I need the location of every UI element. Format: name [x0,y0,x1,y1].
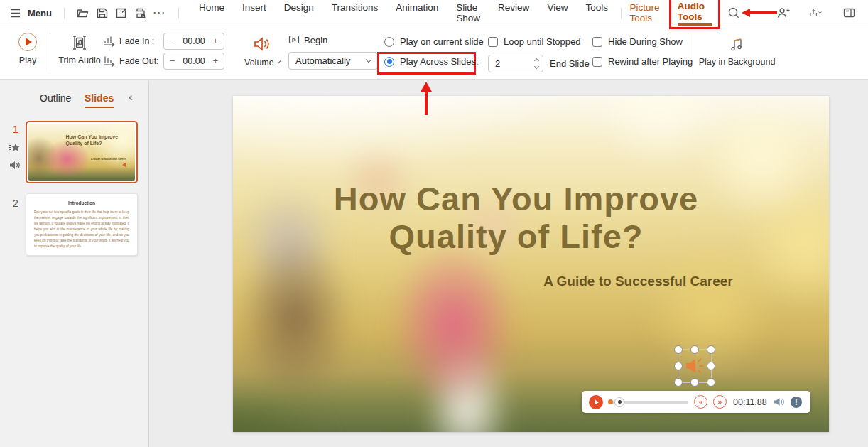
print-preview-icon[interactable] [134,6,147,19]
rewind-after-playing-option[interactable]: Rewind after Playing [592,55,693,68]
divider [621,8,622,18]
slide-2-thumb-title: Introduction [34,200,129,205]
fade-out-value[interactable]: 00.00 [183,56,205,66]
resize-handle[interactable] [674,345,683,354]
panel-toggle-icon[interactable] [842,6,855,19]
player-rewind-button[interactable]: « [694,395,707,409]
resize-handle[interactable] [690,378,699,387]
fade-out-label: Fade Out: [119,56,163,66]
audio-speaker-icon[interactable] [684,356,705,376]
player-progress-thumb[interactable] [614,397,624,407]
tab-insert[interactable]: Insert [242,2,266,23]
play-on-current-slide-option[interactable]: Play on current slide [384,36,484,48]
menubar: Menu ··· Home Insert Design Transitions … [0,0,868,26]
end-slide-spinner[interactable]: 2 [488,55,543,72]
radio-checked-icon[interactable] [384,57,394,67]
player-warning-icon[interactable]: ! [791,397,802,408]
save-icon[interactable] [96,6,109,19]
play-in-background-label: Play in Background [696,57,778,67]
fade-in-value[interactable]: 00.00 [183,36,205,46]
fade-in-stepper[interactable]: − 00.00 + [163,33,224,50]
end-slide-value[interactable]: 2 [495,58,535,69]
hamburger-icon[interactable] [9,6,21,19]
slide-2-number: 2 [13,198,18,209]
slide-thumbnail-2[interactable]: Introduction Everyone set few specific g… [26,193,138,256]
tab-animation[interactable]: Animation [396,2,438,23]
play-label: Play [12,55,43,65]
tab-view[interactable]: View [547,2,568,23]
share-icon[interactable] [810,6,823,19]
slide-thumbnail-1[interactable]: How Can You Improve Quality of Life? A G… [26,121,138,183]
rewind-after-playing-label: Rewind after Playing [608,56,693,67]
spinner-up-icon[interactable] [534,58,539,63]
resize-handle[interactable] [707,378,715,387]
more-icon[interactable]: ··· [153,8,166,18]
slide-canvas[interactable]: How Can You Improve Quality of Life? A G… [233,96,829,432]
slide-1-thumb-subtitle: A Guide to Successful Career [84,158,133,161]
checkbox-icon[interactable] [488,37,498,47]
presentation-app-window: Menu ··· Home Insert Design Transitions … [0,0,868,447]
search-icon[interactable] [727,6,740,19]
tab-picture-tools[interactable]: Picture Tools [630,2,664,23]
resize-handle[interactable] [707,362,715,370]
resize-handle[interactable] [674,378,683,387]
fade-in-minus-button[interactable]: − [170,36,175,46]
tab-outline[interactable]: Outline [40,92,71,104]
volume-icon [253,36,271,53]
player-play-button[interactable] [589,395,603,409]
end-slide-label: End Slide [550,58,590,69]
player-forward-button[interactable]: » [713,395,727,409]
divider [64,8,65,18]
spinner-down-icon[interactable] [534,64,539,69]
trim-audio-button[interactable]: Trim Audio [58,34,101,65]
fade-out-minus-button[interactable]: − [170,55,175,66]
export-pdf-icon[interactable] [115,6,128,19]
tab-slides[interactable]: Slides [85,92,114,108]
resize-handle[interactable] [707,345,715,354]
add-user-icon[interactable] [777,6,790,19]
tab-audio-tools[interactable]: Audio Tools [678,1,712,26]
fade-out-stepper[interactable]: − 00.00 + [163,53,224,70]
slide-title[interactable]: How Can You Improve Quality of Life? [268,180,763,255]
slide-subtitle[interactable]: A Guide to Successful Career [513,274,763,289]
begin-icon [288,35,300,45]
tab-review[interactable]: Review [498,2,529,23]
fade-out-plus-button[interactable]: + [212,55,218,66]
slide-1-thumb-title: How Can You Improve Quality of Life? [66,134,134,147]
audio-player-bar: « » 00:11.88 ! [582,391,810,413]
play-in-background-button[interactable]: Play in Background [696,36,778,67]
begin-group: Begin Automatically [288,34,378,70]
tab-slide-show[interactable]: Slide Show [456,2,480,23]
animation-star-icon [9,142,21,156]
hide-during-show-option[interactable]: Hide During Show [592,36,693,48]
chevron-down-icon [366,57,371,63]
menu-button[interactable]: Menu [28,8,52,18]
volume-button[interactable]: Volume [244,36,280,68]
hide-during-show-label: Hide During Show [608,36,683,47]
tab-transitions[interactable]: Transitions [332,2,379,23]
folder-open-icon[interactable] [77,6,89,19]
tab-design[interactable]: Design [284,2,314,23]
audio-object-selected[interactable] [674,345,715,387]
loop-until-stopped-option[interactable]: Loop until Stopped [488,36,590,48]
trim-audio-icon [71,34,88,51]
collapse-sidebar-icon[interactable]: ‹ [129,90,133,104]
tab-tools[interactable]: Tools [585,2,608,23]
audio-tools-annotation-box: Audio Tools [669,0,720,29]
play-across-slides-option[interactable]: Play Across Slides: [384,55,484,68]
fade-in-plus-button[interactable]: + [212,36,218,46]
tab-home[interactable]: Home [199,2,224,23]
play-audio-button[interactable] [18,33,37,51]
player-volume-icon[interactable] [773,397,785,407]
checkbox-icon[interactable] [592,37,602,47]
divider [178,8,179,18]
fade-group: Fade In : − 00.00 + Fade Out: − 00.00 + [104,32,224,72]
resize-handle[interactable] [690,345,699,354]
begin-dropdown[interactable]: Automatically [288,52,378,70]
checkbox-icon[interactable] [592,57,602,67]
play-icon [26,38,32,46]
player-progress-track[interactable] [609,401,688,404]
spinner-arrows[interactable] [535,59,538,68]
resize-handle[interactable] [674,362,683,370]
radio-unchecked-icon[interactable] [384,37,394,47]
